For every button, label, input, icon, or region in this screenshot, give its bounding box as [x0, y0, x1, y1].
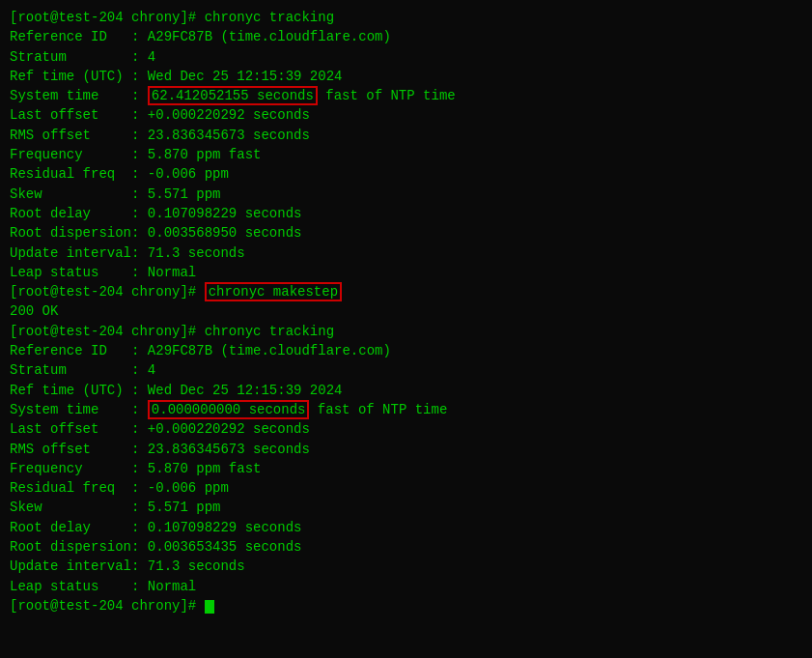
line-30: Leap status : Normal [10, 577, 802, 596]
line-2: Reference ID : A29FC87B (time.cloudflare… [10, 27, 802, 46]
final-prompt-line[interactable]: [root@test-204 chrony]# [10, 596, 802, 615]
line-3: Stratum : 4 [10, 47, 802, 67]
system-time-line-1: System time : 62.412052155 seconds fast … [10, 86, 802, 105]
line-29: Update interval: 71.3 seconds [10, 557, 802, 576]
line-26: Skew : 5.571 ppm [10, 498, 802, 517]
line-4: Ref time (UTC) : Wed Dec 25 12:15:39 202… [10, 67, 802, 86]
line-19: Stratum : 4 [10, 360, 802, 380]
line-22: Last offset : +0.000220292 seconds [10, 419, 802, 439]
line-11: Root delay : 0.107098229 seconds [10, 204, 802, 223]
line-13: Update interval: 71.3 seconds [10, 243, 802, 263]
line-20: Ref time (UTC) : Wed Dec 25 12:15:39 202… [10, 381, 802, 400]
line-10: Skew : 5.571 ppm [10, 185, 802, 204]
makestep-command: chronyc makestep [205, 282, 342, 301]
system-time-suffix-1: fast of NTP time [318, 88, 456, 103]
system-time-value-2: 0.000000000 seconds [148, 400, 310, 419]
terminal-cursor [205, 600, 214, 614]
line-24: Frequency : 5.870 ppm fast [10, 459, 802, 478]
line-9: Residual freq : -0.006 ppm [10, 164, 802, 184]
line-25: Residual freq : -0.006 ppm [10, 478, 802, 498]
line-28: Root dispersion: 0.003653435 seconds [10, 537, 802, 557]
makestep-prompt: [root@test-204 chrony]# [10, 284, 205, 300]
final-prompt-text: [root@test-204 chrony]# [10, 598, 205, 614]
system-time-value-1: 62.412052155 seconds [148, 86, 318, 105]
terminal-window: [root@test-204 chrony]# chronyc tracking… [0, 0, 812, 658]
line-8: Frequency : 5.870 ppm fast [10, 145, 802, 164]
system-time-line-2: System time : 0.000000000 seconds fast o… [10, 400, 802, 419]
line-17: [root@test-204 chrony]# chronyc tracking [10, 322, 802, 341]
system-time-label-2: System time : [10, 402, 148, 417]
makestep-prompt-line: [root@test-204 chrony]# chronyc makestep [10, 282, 802, 301]
line-1: [root@test-204 chrony]# chronyc tracking [10, 8, 802, 27]
line-18: Reference ID : A29FC87B (time.cloudflare… [10, 341, 802, 360]
line-12: Root dispersion: 0.003568950 seconds [10, 223, 802, 243]
line-6: Last offset : +0.000220292 seconds [10, 105, 802, 125]
line-200ok: 200 OK [10, 301, 802, 321]
system-time-label-1: System time : [10, 88, 148, 103]
line-7: RMS offset : 23.836345673 seconds [10, 126, 802, 145]
line-23: RMS offset : 23.836345673 seconds [10, 440, 802, 459]
system-time-suffix-2: fast of NTP time [309, 402, 447, 417]
line-14: Leap status : Normal [10, 263, 802, 282]
line-27: Root delay : 0.107098229 seconds [10, 518, 802, 537]
